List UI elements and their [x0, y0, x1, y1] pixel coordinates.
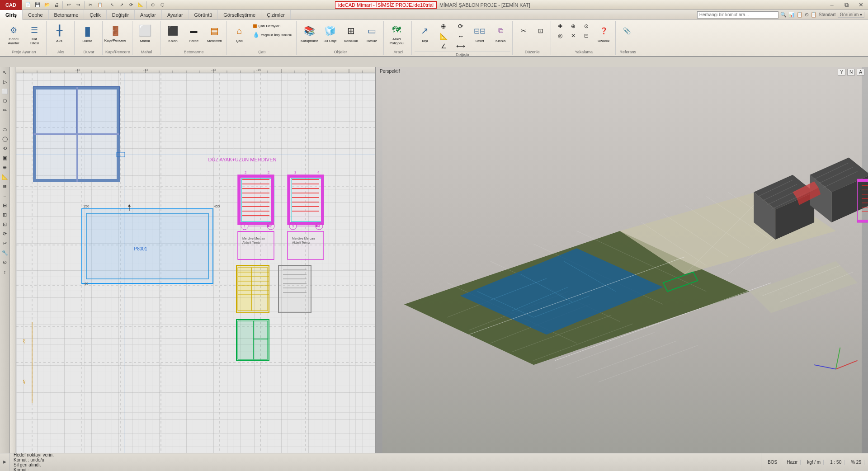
- kat-listesi-btn[interactable]: ☰ Katlistesi: [24, 22, 44, 47]
- lt-list[interactable]: ≡: [0, 191, 9, 200]
- duzenle2-btn[interactable]: ⊡: [533, 22, 549, 47]
- yak4[interactable]: ◎: [554, 31, 566, 40]
- yak5[interactable]: ✕: [567, 31, 580, 40]
- copy-btn[interactable]: 📋: [95, 1, 104, 9]
- lt-measure[interactable]: 📐: [0, 172, 9, 181]
- lt-cut[interactable]: ✂: [0, 239, 9, 248]
- duzenle-btn[interactable]: ✂: [515, 22, 532, 47]
- tab-degistir[interactable]: Değiştir: [107, 10, 135, 19]
- transform2-btn[interactable]: ⟳: [453, 22, 469, 31]
- yagmur-btn[interactable]: 💧 Yağmur İniş Borusu: [250, 31, 295, 39]
- kutuphane-btn[interactable]: 📚 Kütüphane: [299, 22, 319, 47]
- lt-target[interactable]: ⊙: [0, 258, 9, 267]
- ofset-btn[interactable]: ⊟⊟ Ofset: [470, 22, 490, 47]
- search-icon: 🔍: [780, 12, 787, 18]
- lt-pattern[interactable]: ≋: [0, 182, 9, 191]
- duvar-btn[interactable]: ▮ Duvar: [77, 22, 97, 47]
- undo-btn[interactable]: ↩: [64, 1, 73, 9]
- view-n[interactable]: N: [847, 69, 855, 75]
- lt-box[interactable]: ⊡: [0, 220, 9, 229]
- tab-cephe[interactable]: Cephe: [23, 10, 48, 19]
- lt-ellipse[interactable]: ⬭: [0, 125, 9, 134]
- tab-giris[interactable]: Giriş: [0, 10, 23, 20]
- lt-arrows[interactable]: ↕: [0, 267, 9, 276]
- tab-betonarme[interactable]: Betonarme: [49, 10, 85, 19]
- close-btn[interactable]: ✕: [854, 0, 868, 10]
- yak3[interactable]: ⊙: [580, 22, 593, 31]
- perde-btn[interactable]: ▬ Perde: [184, 22, 204, 47]
- restore-btn[interactable]: ⧉: [839, 0, 854, 10]
- merdiven-btn[interactable]: ▤ Merdiven: [205, 22, 225, 47]
- cati-detay-btn[interactable]: ◼ Çatı Detayları: [250, 22, 295, 30]
- lt-select[interactable]: ↖: [0, 68, 9, 77]
- svg-text:Merdive Mercan: Merdive Mercan: [242, 237, 265, 240]
- select-btn[interactable]: ↖: [108, 1, 117, 9]
- lt-draw1[interactable]: ▷: [0, 77, 9, 86]
- lt-draw4[interactable]: ✏: [0, 106, 9, 115]
- aks-btn[interactable]: ╂ Aks: [49, 22, 69, 47]
- svg-text:3: 3: [292, 224, 294, 228]
- yak6[interactable]: ⊟: [580, 31, 593, 40]
- havuz-btn[interactable]: ▭ Havuz: [362, 22, 382, 47]
- lt-plus2[interactable]: ⊞: [0, 210, 9, 219]
- viewport-3d[interactable]: Perspektif Y N A: [376, 67, 868, 453]
- open-btn[interactable]: 📂: [42, 1, 52, 9]
- scale-btn[interactable]: 📐: [136, 1, 145, 9]
- toolbar-icon-2[interactable]: 📋: [797, 12, 803, 18]
- tab-cizimler[interactable]: Çizimler: [261, 10, 291, 19]
- transform6-btn[interactable]: ⟷: [453, 42, 469, 51]
- mahal-btn[interactable]: ⬜ Mahal: [135, 22, 155, 47]
- klonla-btn[interactable]: ⧉ Klonla: [491, 22, 510, 47]
- toolbar-icon-3[interactable]: ⊙: [805, 12, 809, 18]
- arazi-btn[interactable]: 🗺 AraziPoligonu: [387, 22, 406, 47]
- tab-gorsel[interactable]: Görselleştirme: [218, 10, 261, 19]
- tab-celik[interactable]: Çelik: [84, 10, 106, 19]
- yak1[interactable]: ✚: [554, 22, 566, 31]
- lt-line[interactable]: ─: [0, 115, 9, 124]
- lt-plus[interactable]: ⊕: [0, 163, 9, 172]
- kapi-pencere-btn[interactable]: 🚪 Kapı/Pencere: [105, 22, 125, 47]
- save-btn[interactable]: 💾: [33, 1, 42, 9]
- toolbar-icon-4[interactable]: 📋: [811, 12, 817, 18]
- measure-btn[interactable]: ⊙: [148, 1, 157, 9]
- transform5-btn[interactable]: ∠: [435, 42, 452, 51]
- minimize-btn[interactable]: –: [825, 0, 839, 10]
- lt-minus[interactable]: ⊟: [0, 201, 9, 210]
- yak2[interactable]: ⊕: [567, 22, 580, 31]
- cati-btn[interactable]: ⌂ Çatı: [230, 22, 250, 47]
- genel-ayarlar-btn[interactable]: ⚙ GenelAyarlar: [4, 22, 24, 47]
- extra-btn[interactable]: ⬡: [158, 1, 167, 9]
- print-btn[interactable]: 🖨: [52, 1, 61, 9]
- viewport-2d[interactable]: -13 -13 -13 -15: [10, 67, 376, 453]
- tab-goruntu[interactable]: Görüntü: [189, 10, 218, 19]
- view-y[interactable]: Y: [838, 69, 845, 75]
- move-btn[interactable]: ↗: [117, 1, 126, 9]
- lt-draw2[interactable]: ⬜: [0, 87, 9, 96]
- lt-draw3[interactable]: ⬡: [0, 96, 9, 105]
- kolon-btn[interactable]: ⬛ Kolon: [163, 22, 183, 47]
- redo-btn[interactable]: ↪: [74, 1, 83, 9]
- korkuluk-btn[interactable]: ⊞ Korkuluk: [341, 22, 361, 47]
- lt-refresh[interactable]: ⟳: [0, 229, 9, 238]
- search-input[interactable]: [697, 11, 778, 19]
- new-btn[interactable]: 📄: [24, 1, 33, 9]
- lt-grid[interactable]: ▣: [0, 153, 9, 162]
- view-dropdown[interactable]: Görünüm ▾: [838, 12, 864, 18]
- rotate-btn[interactable]: ⟳: [127, 1, 136, 9]
- transform4-btn[interactable]: ↔: [453, 32, 469, 41]
- ref1[interactable]: 📎: [618, 22, 635, 47]
- transform1-btn[interactable]: ⊕: [435, 22, 452, 31]
- tasi-btn[interactable]: ↗ Taşı: [415, 22, 434, 47]
- lt-settings[interactable]: 🔧: [0, 248, 9, 257]
- lt-circle[interactable]: ◯: [0, 134, 9, 143]
- view-a[interactable]: A: [857, 69, 864, 75]
- main-area: -13 -13 -13 -15: [10, 67, 868, 453]
- transform3-btn[interactable]: 📐: [435, 32, 452, 41]
- toolbar-icon-1[interactable]: 📊: [788, 12, 795, 18]
- tab-araclar[interactable]: Araçlar: [135, 10, 162, 19]
- tab-ayarlar[interactable]: Ayarlar: [162, 10, 189, 19]
- uzaklik-btn[interactable]: ❓ Uzaklık: [594, 22, 613, 47]
- lt-rotate[interactable]: ⟲: [0, 144, 9, 153]
- 3b-obje-btn[interactable]: 🧊 3B Obje: [320, 22, 340, 47]
- cut-btn[interactable]: ✂: [86, 1, 95, 9]
